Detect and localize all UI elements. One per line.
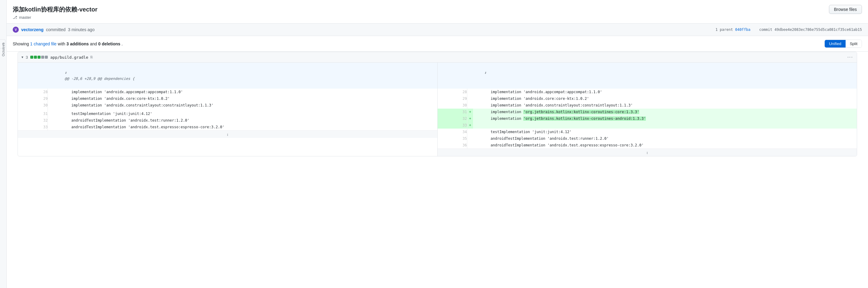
parent-hash-link[interactable]: 040ffba [735, 28, 751, 32]
expand-icon-left[interactable]: ↕ [65, 70, 67, 75]
left-linenum-33: 33 [18, 124, 48, 130]
left-linenum-30: 30 [18, 102, 48, 108]
diff-bar-neu-2 [45, 56, 48, 59]
right-linenum-33: 33 [438, 122, 467, 129]
right-linenum-34: 34 [438, 129, 467, 135]
commit-meta-bar: V vectorzeng committed 3 minutes ago 1 p… [7, 24, 868, 36]
right-line-28: 28 implementation 'androidx.appcompat:ap… [438, 89, 857, 95]
parent-label: 1 parent [715, 28, 733, 32]
diff-right-side: ↕ 28 implementation 'androidx.appcompat:… [438, 63, 857, 156]
sidebar-label: Octotree [1, 42, 5, 56]
changed-files-link[interactable]: 1 changed file [30, 41, 57, 46]
right-linenum-35: 35 [438, 135, 467, 142]
left-linenum-32: 32 [18, 117, 48, 124]
unified-view-button[interactable]: Unified [825, 40, 845, 47]
expand-bottom-right-icon: ↕ [646, 151, 648, 155]
octotree-sidebar: › Octotree [0, 0, 7, 288]
split-view-button[interactable]: Split [846, 40, 862, 47]
left-diff-table: ↕ @@ -28,6 +28,9 @@ dependencies { 28 im… [18, 63, 437, 130]
left-line-31: 31 testImplementation 'junit:junit:4.12' [18, 110, 437, 117]
left-line-28: 28 implementation 'androidx.appcompat:ap… [18, 89, 437, 95]
expand-icon-right[interactable]: ↕ [484, 70, 486, 75]
additions-count: 3 additions [66, 41, 89, 46]
left-linenum-28: 28 [18, 89, 48, 95]
diff-summary: Showing 1 changed file with 3 additions … [13, 41, 123, 46]
main-content: 添加kotlin协程库的依赖-vector Browse files ⎇ mas… [7, 0, 868, 288]
diff-bar-add-2 [34, 56, 37, 59]
branch-icon: ⎇ [13, 15, 17, 20]
browse-files-button[interactable]: Browse files [829, 5, 862, 14]
expand-bottom-right[interactable]: ↕ [438, 149, 857, 156]
expand-bottom-left[interactable]: ↕ [18, 130, 437, 138]
right-line-29: 29 implementation 'androidx.core:core-kt… [438, 95, 857, 102]
commit-label: commit [759, 28, 772, 32]
commit-header: 添加kotlin协程库的依赖-vector Browse files ⎇ mas… [7, 0, 868, 24]
diff-bar-add-3 [37, 56, 40, 59]
diff-file-header: ▾ 3 app/build.gradle ⎘ ··· [18, 52, 857, 63]
hunk-header-row-right: ↕ [438, 63, 857, 89]
more-options-icon[interactable]: ··· [847, 55, 853, 60]
diff-bar-add-1 [30, 56, 33, 59]
view-toggle: Unified Split [825, 40, 862, 48]
hunk-header-row-left: ↕ @@ -28,6 +28,9 @@ dependencies { [18, 63, 437, 89]
diff-bar [30, 56, 48, 59]
file-diff-count: 3 [26, 55, 28, 60]
right-line-32: 32 + implementation 'org.jetbrains.kotli… [438, 115, 857, 122]
left-linenum-31: 31 [18, 110, 48, 117]
copy-path-icon[interactable]: ⎘ [91, 55, 93, 59]
left-linenum-29: 29 [18, 95, 48, 102]
diff-stats-bar: Showing 1 changed file with 3 additions … [7, 36, 868, 52]
commit-action: committed [46, 27, 66, 32]
commit-hashes: 1 parent 040ffba commit 49dbee4e2083ec78… [715, 28, 862, 32]
author-link[interactable]: vectorzeng [21, 27, 43, 32]
commit-hash: 49dbee4e2083ec786e755d5ca081cf35ce61ab15 [774, 28, 862, 32]
right-linenum-29: 29 [438, 95, 467, 102]
diff-bar-neu-1 [41, 56, 44, 59]
right-linenum-30: 30 [438, 102, 467, 108]
right-linenum-36: 36 [438, 142, 467, 149]
file-chevron-icon[interactable]: ▾ [22, 55, 23, 59]
commit-title: 添加kotlin协程库的依赖-vector [13, 5, 97, 13]
deletions-count: 0 deletions [98, 41, 120, 46]
right-line-36: 36 androidTestImplementation 'androidx.t… [438, 142, 857, 149]
right-diff-table: ↕ 28 implementation 'androidx.appcompat:… [438, 63, 857, 149]
author-info: V vectorzeng committed 3 minutes ago [13, 27, 94, 33]
right-line-33: 33 + [438, 122, 857, 129]
right-line-30: 30 implementation 'androidx.constraintla… [438, 102, 857, 108]
commit-time: 3 minutes ago [68, 27, 95, 32]
right-linenum-31: 31 [438, 108, 467, 115]
right-linenum-32: 32 [438, 115, 467, 122]
left-line-30: 30 implementation 'androidx.constraintla… [18, 102, 437, 108]
right-linenum-28: 28 [438, 89, 467, 95]
diff-file: ▾ 3 app/build.gradle ⎘ ··· [18, 52, 857, 156]
avatar: V [13, 27, 19, 33]
split-diff-container: ↕ @@ -28,6 +28,9 @@ dependencies { 28 im… [18, 63, 857, 156]
expand-bottom-left-icon: ↕ [227, 132, 228, 137]
branch-name: master [19, 15, 31, 20]
right-line-35: 35 androidTestImplementation 'androidx.t… [438, 135, 857, 142]
left-line-33: 33 androidTestImplementation 'androidx.t… [18, 124, 437, 130]
left-line-29: 29 implementation 'androidx.core:core-kt… [18, 95, 437, 102]
right-line-31: 31 + implementation 'org.jetbrains.kotli… [438, 108, 857, 115]
diff-filename: app/build.gradle [50, 55, 88, 60]
diff-left-side: ↕ @@ -28,6 +28,9 @@ dependencies { 28 im… [18, 63, 437, 156]
left-line-32: 32 androidTestImplementation 'androidx.t… [18, 117, 437, 124]
right-line-34: 34 testImplementation 'junit:junit:4.12' [438, 129, 857, 135]
